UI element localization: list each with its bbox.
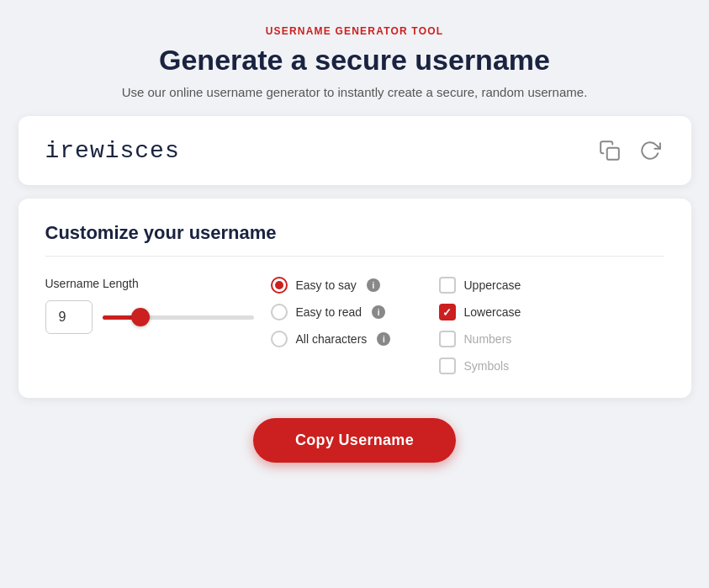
easy-to-read-info-icon[interactable]: i — [372, 305, 385, 319]
numbers-label: Numbers — [464, 332, 512, 346]
uppercase-label: Uppercase — [464, 278, 521, 292]
char-type-section: Easy to say i Easy to read i All charact… — [254, 277, 422, 347]
checkbox-lowercase[interactable]: ✓ Lowercase — [439, 304, 664, 320]
all-characters-info-icon[interactable]: i — [377, 332, 390, 346]
all-characters-label: All characters — [296, 332, 368, 346]
refresh-username-button[interactable] — [636, 136, 664, 165]
easy-to-say-info-icon[interactable]: i — [367, 278, 380, 292]
header: USERNAME GENERATOR TOOL Generate a secur… — [122, 25, 588, 99]
slider-wrapper — [103, 300, 254, 334]
easy-to-say-label: Easy to say — [296, 278, 357, 292]
radio-inner-easy-to-say — [275, 281, 283, 289]
easy-to-read-label: Easy to read — [296, 305, 362, 319]
length-label: Username Length — [45, 277, 254, 290]
radio-easy-to-say[interactable]: Easy to say i — [271, 277, 422, 294]
slider-thumb[interactable] — [131, 308, 150, 326]
length-input[interactable] — [45, 300, 93, 334]
main-title: Generate a secure username — [122, 44, 588, 77]
radio-all-characters[interactable]: All characters i — [271, 331, 422, 347]
length-controls — [45, 300, 254, 334]
tool-label: USERNAME GENERATOR TOOL — [122, 25, 588, 37]
customize-card: Customize your username Username Length — [19, 199, 691, 398]
checkbox-symbols[interactable]: Symbols — [439, 358, 664, 374]
length-section: Username Length — [45, 277, 254, 334]
page-wrapper: USERNAME GENERATOR TOOL Generate a secur… — [19, 25, 691, 463]
checkbox-box-uppercase — [439, 277, 456, 294]
checkbox-box-lowercase: ✓ — [439, 304, 456, 320]
refresh-icon — [639, 140, 661, 162]
symbols-label: Symbols — [464, 359, 510, 373]
checkbox-section: Uppercase ✓ Lowercase Numbers Symbols — [422, 277, 664, 374]
generated-username: irewisces — [45, 138, 180, 164]
radio-circle-all-characters — [271, 331, 288, 347]
checkbox-box-numbers — [439, 331, 456, 347]
checkbox-numbers[interactable]: Numbers — [439, 331, 664, 347]
username-actions — [595, 136, 664, 165]
copy-username-icon-button[interactable] — [595, 136, 624, 165]
radio-easy-to-read[interactable]: Easy to read i — [271, 304, 422, 320]
slider-track[interactable] — [103, 315, 254, 320]
checkbox-box-symbols — [439, 358, 456, 374]
radio-circle-easy-to-say — [271, 277, 288, 294]
checkbox-check-lowercase: ✓ — [442, 307, 452, 318]
svg-rect-0 — [606, 148, 618, 160]
copy-icon — [599, 140, 621, 162]
subtitle: Use our online username generator to ins… — [122, 85, 588, 99]
lowercase-label: Lowercase — [464, 305, 521, 319]
username-display-card: irewisces — [19, 116, 691, 185]
customize-title: Customize your username — [45, 222, 664, 257]
options-row: Username Length — [45, 277, 664, 374]
copy-username-button[interactable]: Copy Username — [253, 418, 456, 463]
radio-circle-easy-to-read — [271, 304, 288, 320]
checkbox-uppercase[interactable]: Uppercase — [439, 277, 664, 294]
